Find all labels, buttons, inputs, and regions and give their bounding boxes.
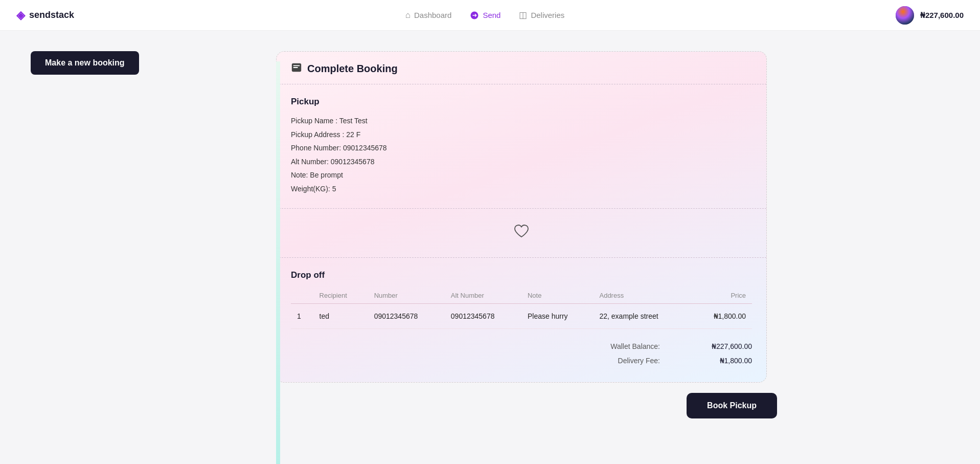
row-note: Please hurry [521, 303, 594, 328]
middle-section [277, 209, 766, 258]
book-btn-container: Book Pickup [276, 383, 808, 439]
page: Make a new booking Complete Booking [0, 31, 980, 459]
col-index [291, 288, 313, 304]
nav-deliveries-label: Deliveries [531, 11, 564, 19]
nav-dashboard-label: Dashboard [414, 11, 451, 19]
row-address: 22, example street [593, 303, 691, 328]
row-price: ₦1,800.00 [691, 303, 752, 328]
pickup-title: Pickup [291, 97, 752, 107]
col-recipient: Recipient [313, 288, 368, 304]
delivery-fee-row: Delivery Fee: ₦1,800.00 [291, 353, 752, 368]
dashboard-icon: ⌂ [405, 10, 411, 20]
wallet-balance-label: Wallet Balance: [610, 339, 660, 353]
logo-icon: ◈ [16, 9, 25, 22]
col-address: Address [593, 288, 691, 304]
dropoff-title: Drop off [291, 270, 752, 280]
nav-send[interactable]: Send [470, 10, 500, 20]
pickup-weight: Weight(KG): 5 [291, 182, 752, 196]
svg-rect-3 [293, 65, 300, 66]
col-price: Price [691, 288, 752, 304]
summary-section: Wallet Balance: ₦227,600.00 Delivery Fee… [277, 329, 766, 382]
avatar[interactable] [896, 6, 914, 25]
delivery-fee-value: ₦1,800.00 [701, 353, 752, 368]
row-number: 09012345678 [368, 303, 445, 328]
deliveries-icon: ◫ [519, 10, 527, 20]
svg-point-1 [896, 6, 914, 25]
row-alt-number: 09012345678 [445, 303, 521, 328]
navbar: ◈ sendstack ⌂ Dashboard Send ◫ Deliverie… [0, 0, 980, 31]
row-recipient: ted [313, 303, 368, 328]
booking-title: Complete Booking [307, 63, 398, 75]
pickup-section: Pickup Pickup Name : Test Test Pickup Ad… [277, 84, 766, 209]
booking-header: Complete Booking [277, 52, 766, 84]
col-note: Note [521, 288, 594, 304]
dropoff-header-row: Recipient Number Alt Number Note Address… [291, 288, 752, 304]
col-number: Number [368, 288, 445, 304]
logo-text: sendstack [29, 10, 74, 20]
nav-send-label: Send [483, 11, 500, 19]
col-alt-number: Alt Number [445, 288, 521, 304]
delivery-fee-label: Delivery Fee: [618, 353, 660, 368]
pickup-address: Pickup Address : 22 F [291, 128, 752, 142]
new-booking-button[interactable]: Make a new booking [31, 51, 139, 75]
pickup-note: Note: Be prompt [291, 168, 752, 182]
sidebar: Make a new booking [0, 51, 276, 439]
main-content: Complete Booking Pickup Pickup Name : Te… [276, 51, 980, 439]
dropoff-section: Drop off Recipient Number Alt Number Not… [277, 258, 766, 329]
book-pickup-button[interactable]: Book Pickup [687, 393, 777, 418]
nav-dashboard[interactable]: ⌂ Dashboard [405, 10, 452, 20]
row-index: 1 [291, 303, 313, 328]
booking-header-icon [291, 62, 302, 76]
pickup-phone: Phone Number: 09012345678 [291, 141, 752, 155]
table-row: 1 ted 09012345678 09012345678 Please hur… [291, 303, 752, 328]
nav-deliveries[interactable]: ◫ Deliveries [519, 10, 564, 20]
nav-links: ⌂ Dashboard Send ◫ Deliveries [405, 10, 565, 20]
wallet-balance-row: Wallet Balance: ₦227,600.00 [291, 339, 752, 353]
send-icon [470, 10, 479, 20]
svg-rect-4 [293, 67, 298, 68]
wallet-balance-value: ₦227,600.00 [701, 339, 752, 353]
dropoff-table: Recipient Number Alt Number Note Address… [291, 288, 752, 329]
wallet-balance-nav: ₦227,600.00 [920, 11, 964, 20]
heart-icon [513, 223, 530, 243]
dropoff-table-body: 1 ted 09012345678 09012345678 Please hur… [291, 303, 752, 328]
booking-card: Complete Booking Pickup Pickup Name : Te… [276, 51, 767, 383]
nav-right: ₦227,600.00 [896, 6, 964, 25]
dropoff-table-head: Recipient Number Alt Number Note Address… [291, 288, 752, 304]
pickup-alt: Alt Number: 09012345678 [291, 155, 752, 169]
pickup-name: Pickup Name : Test Test [291, 114, 752, 128]
pickup-details: Pickup Name : Test Test Pickup Address :… [291, 114, 752, 196]
logo: ◈ sendstack [16, 9, 74, 22]
